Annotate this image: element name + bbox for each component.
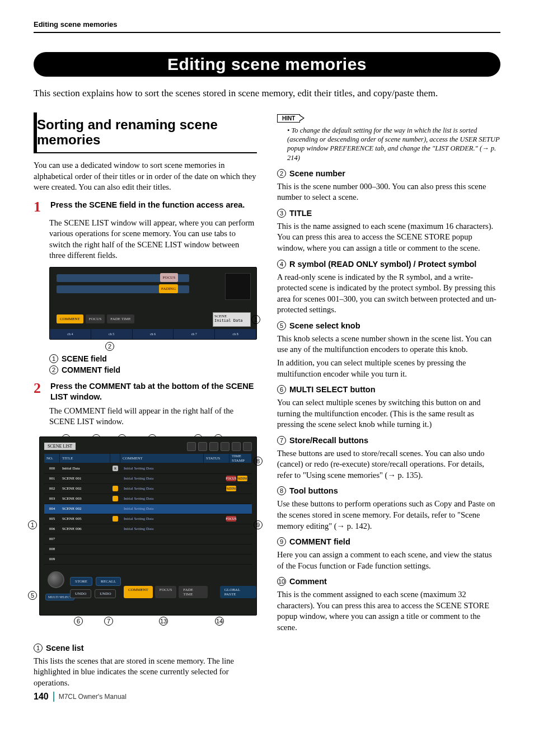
row-title[interactable]: Initial Data (60, 464, 110, 473)
row-comment[interactable] (120, 534, 226, 544)
fig2-callout-8: 8 (254, 457, 263, 466)
table-row[interactable]: 005SCENE 005Initial Setting DataFOCUS (44, 514, 252, 524)
row-status (226, 534, 252, 544)
fig2-tabs: COMMENT FOCUS FADE TIME GLOBAL PASTE (124, 586, 256, 598)
table-row[interactable]: 008 (44, 544, 252, 555)
row-title[interactable]: SCENE 002 (60, 504, 110, 514)
rh-item-9: 9 COMMENT field (277, 537, 500, 546)
fig2-hdr-status[interactable]: STATUS (204, 454, 229, 463)
fig2-callout-13: 13 (159, 617, 168, 626)
chapter-title-band: Editing scene memories (34, 52, 500, 77)
row-protect[interactable] (110, 524, 120, 534)
fig2-undo-recall-button[interactable]: UNDO (95, 589, 116, 598)
table-row[interactable]: 009 (44, 555, 252, 565)
rh-7-body: These buttons are used to store/recall s… (277, 448, 500, 481)
fig1-tab-fade[interactable]: FADE TIME (107, 314, 134, 323)
section-heading: Sorting and renaming scene memories (34, 112, 257, 153)
hint-body: • To change the default setting for the … (287, 126, 500, 162)
rh-9-num: 9 (277, 537, 286, 546)
row-protect[interactable] (110, 474, 120, 483)
table-row[interactable]: 003SCENE 003Initial Setting Data (44, 494, 252, 504)
row-protect[interactable] (110, 504, 120, 514)
table-row[interactable]: 004SCENE 002Initial Setting Data (44, 504, 252, 514)
fig2-tool-cut-icon[interactable] (221, 442, 229, 451)
fig2-tab-comment[interactable]: COMMENT (124, 586, 153, 598)
page-footer: 140 M7CL Owner's Manual (34, 692, 127, 702)
row-title[interactable] (60, 534, 110, 544)
step-2-title: Press the COMMENT tab at the bottom of t… (50, 381, 257, 402)
row-comment[interactable]: Initial Setting Data (120, 514, 226, 524)
row-title[interactable]: SCENE 001 (60, 474, 110, 483)
row-comment[interactable] (120, 555, 226, 564)
fig2-hdr-protect[interactable] (110, 454, 120, 463)
row-title[interactable]: SCENE 005 (60, 514, 110, 524)
table-row[interactable]: 007 (44, 534, 252, 544)
fig2-hdr-comment[interactable]: COMMENT (120, 454, 204, 463)
row-protect[interactable] (110, 555, 120, 564)
row-title[interactable] (60, 555, 110, 564)
fig1-item-2: 2 COMMENT field (49, 365, 257, 374)
row-no[interactable]: 005 (44, 514, 60, 524)
row-protect[interactable] (110, 514, 120, 524)
fig2-hdr-time[interactable]: TIME STAMP (229, 454, 252, 463)
row-no[interactable]: 004 (44, 504, 60, 514)
row-no[interactable]: 008 (44, 544, 60, 554)
fig1-tab-comment[interactable]: COMMENT (57, 314, 83, 323)
row-comment[interactable]: Initial Setting Data (120, 484, 226, 494)
row-no[interactable]: 003 (44, 494, 60, 504)
row-comment[interactable]: Initial Setting Data (120, 504, 226, 514)
row-status (226, 544, 252, 554)
row-comment[interactable] (120, 544, 226, 554)
fig2-undo-store-button[interactable]: UNDO (70, 589, 91, 598)
row-protect[interactable] (110, 544, 120, 554)
row-no[interactable]: 007 (44, 534, 60, 544)
fig2-tab-focus[interactable]: FOCUS (155, 586, 177, 598)
fig2-hdr-no[interactable]: NO. (44, 454, 60, 463)
row-no[interactable]: 009 (44, 555, 60, 564)
fig2-tab-fade[interactable]: FADE TIME (179, 586, 207, 598)
row-protect[interactable] (110, 534, 120, 544)
row-comment[interactable]: Initial Setting Data (120, 494, 226, 504)
rh-4-body: A read-only scene is indicated by the R … (277, 272, 500, 316)
rh-10-num: 10 (277, 577, 286, 586)
fig2-tool-insert-icon[interactable] (232, 442, 241, 451)
row-no[interactable]: 006 (44, 524, 60, 534)
fig1-scene-field[interactable]: SCENE Initial Data (213, 312, 251, 327)
fig2-recall-button[interactable]: RECALL (96, 577, 121, 586)
row-protect[interactable]: R (110, 464, 120, 473)
focus-badge: FOCUS (226, 516, 236, 522)
row-comment[interactable]: Initial Setting Data (120, 464, 226, 473)
fig1-tab-focus[interactable]: FOCUS (86, 314, 105, 323)
row-protect[interactable] (110, 484, 120, 494)
row-comment[interactable]: Initial Setting Data (120, 524, 226, 534)
row-title[interactable]: SCENE 003 (60, 494, 110, 504)
row-protect[interactable] (110, 494, 120, 504)
table-row[interactable]: 002SCENE 002Initial Setting DataFADING (44, 484, 252, 494)
row-comment[interactable]: Initial Setting Data (120, 474, 226, 483)
fig2-tool-close-icon[interactable] (243, 442, 252, 451)
fig2-hdr-title[interactable]: TITLE (60, 454, 110, 463)
fig2-tab-global-paste[interactable]: GLOBAL PASTE (220, 586, 256, 598)
fig2-tool-clear-icon[interactable] (209, 442, 218, 451)
row-no[interactable]: 001 (44, 474, 60, 483)
table-row[interactable]: 001SCENE 001Initial Setting DataFOCUSFAD… (44, 474, 252, 484)
step-1-title: Press the SCENE field in the function ac… (50, 200, 245, 214)
fig2-window-title: SCENE LIST (44, 443, 76, 450)
row-title[interactable]: SCENE 006 (60, 524, 110, 534)
row-no[interactable]: 000 (44, 464, 60, 473)
row-no[interactable]: 002 (44, 484, 60, 494)
fig1-ch-6: ch 6 (133, 329, 174, 339)
row-title[interactable]: SCENE 002 (60, 484, 110, 494)
fig2-tool-copy-icon[interactable] (187, 442, 196, 451)
table-row[interactable]: 006SCENE 006Initial Setting Data (44, 524, 252, 534)
fading-badge: FADING (226, 486, 236, 491)
fig2-store-button[interactable]: STORE (70, 577, 92, 586)
table-row[interactable]: 000Initial DataRInitial Setting Data (44, 464, 252, 474)
section-intro: You can use a dedicated window to sort s… (34, 160, 257, 193)
fig2-tool-paste-icon[interactable] (198, 442, 207, 451)
rh-item-5: 5 Scene select knob (277, 321, 500, 330)
fig2-scene-select-knob[interactable] (48, 571, 64, 588)
row-title[interactable] (60, 544, 110, 554)
left-item-1-body: This lists the scenes that are stored in… (34, 656, 257, 689)
rh-item-6: 6 MULTI SELECT button (277, 385, 500, 394)
